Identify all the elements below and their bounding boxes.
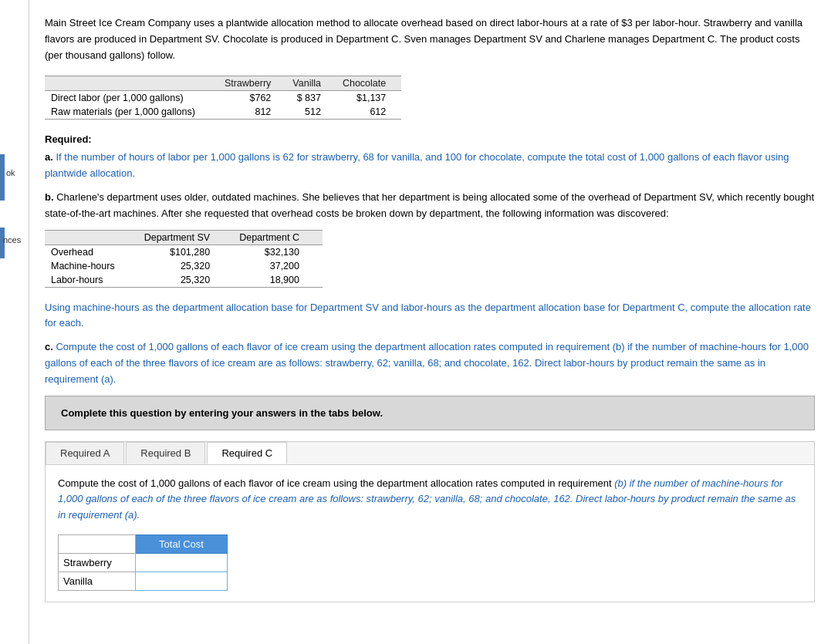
- vanilla-total-cost-input[interactable]: [136, 572, 227, 590]
- strawberry-input-cell[interactable]: [136, 553, 228, 572]
- question-a-body: If the number of hours of labor per 1,00…: [45, 151, 789, 179]
- tabs-container: Required A Required B Required C Compute…: [45, 441, 815, 602]
- dept-row-overhead: Overhead $101,280 $32,130: [45, 244, 323, 259]
- dept-sv-header: Department SV: [138, 230, 233, 244]
- overhead-c: $32,130: [233, 244, 323, 259]
- tabs-header: Required A Required B Required C: [46, 442, 814, 465]
- tab-required-c[interactable]: Required C: [207, 442, 287, 464]
- machine-hours-sv: 25,320: [138, 259, 233, 273]
- sidebar-label-ok: ok: [6, 168, 15, 177]
- question-a-text: a. If the number of hours of labor per 1…: [45, 150, 815, 182]
- direct-labor-vanilla: $ 837: [286, 91, 336, 106]
- overhead-label: Overhead: [45, 244, 138, 259]
- dept-c-header: Department C: [233, 230, 323, 244]
- answer-row-vanilla: Vanilla: [59, 572, 228, 590]
- raw-materials-label: Raw materials (per 1,000 gallons): [45, 105, 218, 120]
- required-label: Required:: [45, 133, 815, 145]
- answer-table-header: Total Cost: [136, 534, 228, 553]
- vanilla-row-label: Vanilla: [59, 572, 136, 590]
- answer-row-strawberry: Strawberry: [59, 553, 228, 572]
- question-a-label: a.: [45, 151, 53, 163]
- machine-hours-label: Machine-hours: [45, 259, 138, 273]
- dept-row-labor-hours: Labor-hours 25,320 18,900: [45, 273, 323, 288]
- tab-c-description-normal: Compute the cost of 1,000 gallons of eac…: [58, 477, 612, 489]
- cost-table-header-strawberry: Strawberry: [218, 76, 286, 91]
- left-sidebar: ok nces: [0, 0, 29, 644]
- tab-c-description-end: (a).: [125, 509, 140, 521]
- tab-c-content: Compute the cost of 1,000 gallons of eac…: [46, 465, 814, 602]
- question-b-text: b. Charlene's department uses older, out…: [45, 190, 815, 222]
- sidebar-accent-ok: [0, 154, 5, 201]
- tab-required-b[interactable]: Required B: [126, 442, 205, 464]
- direct-labor-label: Direct labor (per 1,000 gallons): [45, 91, 218, 106]
- cost-table-row-direct-labor: Direct labor (per 1,000 gallons) $762 $ …: [45, 91, 401, 106]
- raw-materials-chocolate: 612: [336, 105, 401, 120]
- question-b-label: b.: [45, 191, 54, 203]
- question-c-body: Compute the cost of 1,000 gallons of eac…: [45, 341, 809, 385]
- tab-required-a[interactable]: Required A: [46, 442, 124, 464]
- using-machine-body: Using machine-hours as the department al…: [45, 302, 811, 329]
- strawberry-row-label: Strawberry: [59, 553, 136, 572]
- direct-labor-chocolate: $1,137: [336, 91, 401, 106]
- question-c-text: c. Compute the cost of 1,000 gallons of …: [45, 339, 815, 387]
- question-c-label: c.: [45, 341, 53, 352]
- cost-table-header-vanilla: Vanilla: [286, 76, 336, 91]
- tab-c-description: Compute the cost of 1,000 gallons of eac…: [58, 476, 802, 524]
- sidebar-label-nces: nces: [3, 235, 21, 244]
- intro-paragraph: Main Street Ice Cream Company uses a pla…: [45, 15, 815, 63]
- direct-labor-strawberry: $762: [218, 91, 286, 106]
- cost-table-row-raw-materials: Raw materials (per 1,000 gallons) 812 51…: [45, 105, 401, 120]
- complete-box-text: Complete this question by entering your …: [61, 407, 383, 419]
- question-b-body: Charlene's department uses older, outdat…: [45, 191, 814, 219]
- raw-materials-vanilla: 512: [286, 105, 336, 120]
- strawberry-total-cost-input[interactable]: [136, 554, 227, 572]
- complete-box: Complete this question by entering your …: [45, 396, 815, 430]
- labor-hours-label: Labor-hours: [45, 273, 138, 288]
- answer-table: Total Cost Strawberry Vanilla: [58, 534, 228, 591]
- raw-materials-strawberry: 812: [218, 105, 286, 120]
- dept-table: Department SV Department C Overhead $101…: [45, 230, 323, 288]
- labor-hours-c: 18,900: [233, 273, 323, 288]
- main-content: Main Street Ice Cream Company uses a pla…: [29, 0, 838, 644]
- dept-row-machine-hours: Machine-hours 25,320 37,200: [45, 259, 323, 273]
- machine-hours-c: 37,200: [233, 259, 323, 273]
- overhead-sv: $101,280: [138, 244, 233, 259]
- cost-table-header-chocolate: Chocolate: [336, 76, 401, 91]
- using-machine-text: Using machine-hours as the department al…: [45, 300, 815, 332]
- labor-hours-sv: 25,320: [138, 273, 233, 288]
- vanilla-input-cell[interactable]: [136, 572, 228, 590]
- cost-table: Strawberry Vanilla Chocolate Direct labo…: [45, 76, 401, 120]
